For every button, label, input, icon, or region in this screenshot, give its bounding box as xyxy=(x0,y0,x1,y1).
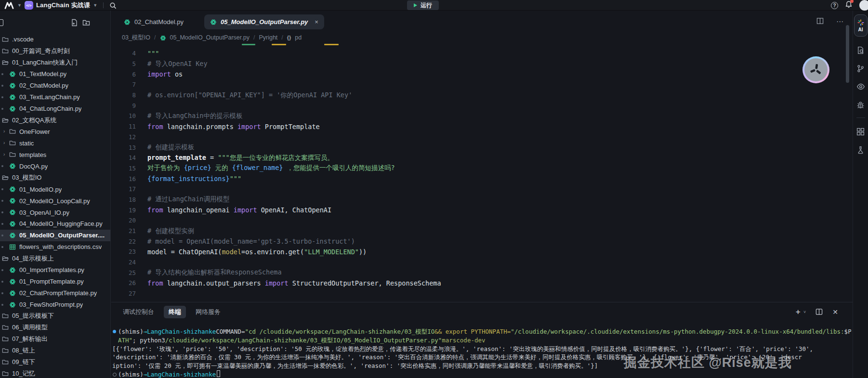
workspace-badge-icon[interactable]: </> xyxy=(25,1,33,10)
code-line[interactable]: 24 xyxy=(111,257,853,268)
breadcrumb-item[interactable]: pd xyxy=(295,34,302,41)
code-line[interactable]: 26from langchain.output_parsers import S… xyxy=(111,278,853,288)
explorer-folder[interactable]: 03_模型IO xyxy=(0,172,111,183)
code-line[interactable]: 25# 导入结构化输出解析器和ResponseSchema xyxy=(111,267,853,278)
code-line[interactable]: 22# model = OpenAI(model_name='gpt-3.5-t… xyxy=(111,236,853,247)
ai-assistant-badge[interactable] xyxy=(802,56,829,83)
sidebar-item-ai-assistant[interactable]: AI xyxy=(854,14,868,37)
code-line[interactable]: 12 xyxy=(111,132,853,143)
line-number: 11 xyxy=(111,123,136,130)
explorer-folder[interactable]: ›static xyxy=(0,137,111,149)
explorer-folder[interactable]: 02_文档QA系统 xyxy=(0,115,111,126)
explorer-folder[interactable]: .vscode xyxy=(0,34,111,45)
explorer-file[interactable]: 01_PromptTemplate.py xyxy=(0,276,111,287)
editor-scrollbar[interactable] xyxy=(846,25,849,83)
explorer-file[interactable]: 03_TextLangChain.py xyxy=(0,91,111,103)
chevron-right-icon[interactable]: › xyxy=(3,152,5,157)
code-line[interactable]: 20 xyxy=(111,215,853,226)
code-viewport[interactable]: 4"""5# 导入OpenAI Key6import os78# os.envi… xyxy=(111,42,853,302)
breadcrumb-item[interactable]: 03_模型IO xyxy=(122,34,150,42)
explorer-folder[interactable]: 09_链下 xyxy=(0,356,111,368)
sidebar-item-watch[interactable] xyxy=(856,82,866,91)
split-panel-icon[interactable] xyxy=(815,308,823,315)
code-line[interactable]: 13# 创建提示模板 xyxy=(111,142,853,153)
code-line[interactable]: 7 xyxy=(111,79,853,90)
new-folder-icon[interactable] xyxy=(82,19,90,26)
code-line[interactable]: 16{format_instructions}""" xyxy=(111,173,853,184)
code-line[interactable]: 10# 导入LangChain中的提示模板 xyxy=(111,111,853,121)
new-terminal-icon[interactable]: ＋ xyxy=(794,307,802,316)
app-logo-icon[interactable] xyxy=(4,1,14,9)
editor-tab[interactable]: 05_ModelIO_OutputParser.py× xyxy=(204,14,324,29)
explorer-file[interactable]: 03_FewShotPrompt.py xyxy=(0,299,111,311)
explorer-folder[interactable]: 04_提示模板上 xyxy=(0,253,111,264)
explorer-file[interactable]: 01_TextModel.py xyxy=(0,68,111,80)
code-line[interactable]: 11from langchain.prompts import PromptTe… xyxy=(111,121,853,132)
close-panel-icon[interactable]: ✕ xyxy=(832,308,838,316)
explorer-file[interactable]: 05_ModelIO_OutputParser.... xyxy=(0,230,111,241)
explorer-folder[interactable]: 00_开篇词_奇点时刻 xyxy=(0,45,111,57)
chevron-down-icon[interactable]: ▼ xyxy=(93,3,97,8)
code-line[interactable]: 9 xyxy=(111,100,853,111)
terminal-tab[interactable]: 网络服务 xyxy=(191,306,225,318)
explorer-file[interactable]: 02_ChatPromptTemplate.py xyxy=(0,287,111,299)
explorer-folder[interactable]: ›OneFlower xyxy=(0,126,111,138)
explorer-file[interactable]: 01_ModelIO.py xyxy=(0,183,111,195)
terminal-tab[interactable]: 调试控制台 xyxy=(118,306,159,318)
sidebar-item-source-control[interactable] xyxy=(856,64,866,73)
explorer-item-label: 01_LangChain快速入门 xyxy=(12,58,78,67)
explorer-folder[interactable]: 05_提示模板下 xyxy=(0,311,111,322)
explorer-folder[interactable]: 10_记忆 xyxy=(0,368,111,378)
code-line[interactable]: 6import os xyxy=(111,69,853,79)
breadcrumb-item[interactable]: 05_ModelIO_OutputParser.py xyxy=(170,34,250,41)
explorer-folder[interactable]: 06_调用模型 xyxy=(0,322,111,333)
csv-file-icon xyxy=(9,244,16,250)
terminal-dropdown-icon[interactable]: ˅ xyxy=(803,310,806,314)
avatar[interactable] xyxy=(859,0,868,11)
code-line[interactable]: 4""" xyxy=(111,48,853,59)
explorer-file[interactable]: DocQA.py xyxy=(0,160,111,172)
code-line[interactable]: 8# os.environ["OPENAI_API_KEY"] = '你的Ope… xyxy=(111,90,853,101)
code-line[interactable]: 18# 通过LangChain调用模型 xyxy=(111,195,853,205)
sidebar-item-testing[interactable] xyxy=(856,145,866,155)
folder-icon xyxy=(9,151,16,158)
explorer-file[interactable]: 04_ModelIO_HuggingFace.py xyxy=(0,218,111,230)
explorer-folder[interactable]: 08_链上 xyxy=(0,345,111,356)
sidebar-item-debug[interactable] xyxy=(856,100,866,110)
breadcrumb-item[interactable]: Pyright xyxy=(259,34,277,41)
code-line[interactable]: 15对于售价为 {price} 元的 {flower_name} ，您能提供一个… xyxy=(111,163,853,174)
explorer-folder[interactable]: 07_解析输出 xyxy=(0,333,111,345)
help-icon[interactable]: ? xyxy=(831,2,838,9)
workspace-title[interactable]: LangChain 实战课 xyxy=(36,1,90,10)
chevron-down-icon[interactable]: ▼ xyxy=(17,3,22,8)
explorer-file[interactable]: 00_ImportTemplates.py xyxy=(0,264,111,276)
code-line[interactable]: 17 xyxy=(111,184,853,195)
explorer-file[interactable]: flowers_with_descriptions.csv xyxy=(0,241,111,253)
code-line[interactable]: 5# 导入OpenAI Key xyxy=(111,59,853,69)
chevron-right-icon[interactable]: › xyxy=(3,129,5,134)
notifications-button[interactable] xyxy=(845,0,853,10)
explorer-folder[interactable]: ›templates xyxy=(0,149,111,160)
code-line[interactable]: 21# 创建模型实例 xyxy=(111,226,853,236)
split-editor-icon[interactable] xyxy=(816,17,824,25)
run-button[interactable]: 运行 xyxy=(407,0,439,10)
sidebar-item-file-search[interactable] xyxy=(856,45,866,55)
explorer-file[interactable]: 03_OpenAI_IO.py xyxy=(0,207,111,218)
chevron-right-icon[interactable]: › xyxy=(3,141,5,145)
close-icon[interactable]: × xyxy=(315,18,318,26)
editor-tab[interactable]: 02_ChatModel.py xyxy=(118,14,189,29)
code-line[interactable]: 19from langchain_openai import OpenAI, C… xyxy=(111,205,853,215)
code-line[interactable]: 27 xyxy=(111,288,853,299)
new-file-icon[interactable] xyxy=(70,19,78,26)
terminal-tab[interactable]: 终端 xyxy=(164,306,186,318)
explorer-file[interactable]: 02_ModelIO_LoopCall.py xyxy=(0,195,111,207)
explorer-file[interactable]: 02_ChatModel.py xyxy=(0,80,111,91)
bug-icon xyxy=(856,101,865,109)
code-line[interactable]: 23model = ChatOpenAI(model=os.environ.ge… xyxy=(111,247,853,257)
sidebar-item-extensions[interactable] xyxy=(856,127,866,136)
explorer-folder[interactable]: 01_LangChain快速入门 xyxy=(0,57,111,68)
explorer-file[interactable]: 04_ChatLongChain.py xyxy=(0,103,111,115)
search-icon[interactable] xyxy=(109,2,117,9)
code-line[interactable]: 14prompt_template = """您是一位专业的鲜花店文案撰写员。 xyxy=(111,153,853,163)
more-actions-icon[interactable]: ⋯ xyxy=(836,17,844,26)
